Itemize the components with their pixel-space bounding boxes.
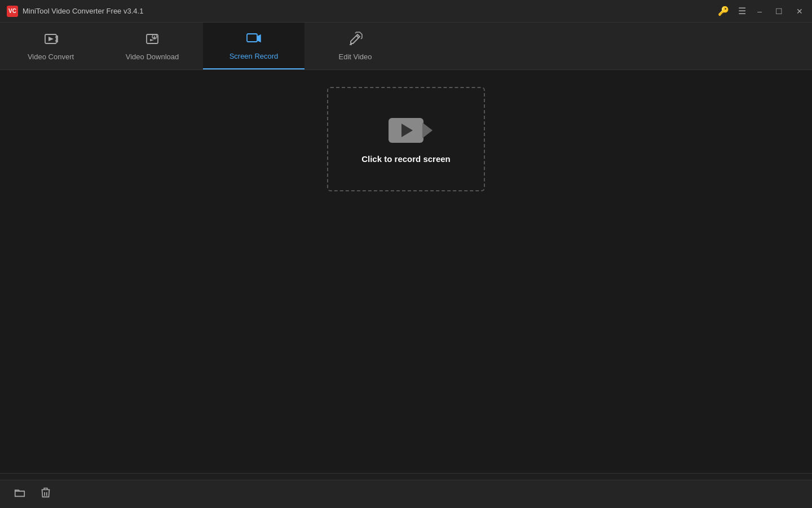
edit-video-icon [347, 31, 363, 49]
menu-icon[interactable]: ☰ [738, 6, 746, 16]
key-icon[interactable]: 🔑 [718, 6, 729, 16]
record-prompt: Click to record screen [361, 154, 451, 164]
video-download-icon [144, 31, 160, 49]
tab-video-download[interactable]: Video Download [102, 23, 203, 69]
tab-video-convert[interactable]: Video Convert [0, 23, 102, 69]
video-convert-icon [43, 31, 59, 49]
cam-body [389, 118, 423, 143]
title-bar: VC MiniTool Video Converter Free v3.4.1 … [0, 0, 812, 23]
tab-edit-video[interactable]: Edit Video [304, 23, 406, 69]
close-button[interactable]: ✕ [794, 6, 805, 17]
window-controls: 🔑 ☰ – ☐ ✕ [718, 6, 805, 17]
tab-screen-record-label: Screen Record [230, 52, 279, 60]
tab-edit-video-label: Edit Video [338, 52, 372, 61]
open-folder-button[interactable] [11, 484, 28, 504]
app-logo: VC [7, 6, 18, 17]
title-bar-left: VC MiniTool Video Converter Free v3.4.1 [7, 6, 143, 17]
record-area[interactable]: Click to record screen [327, 87, 485, 191]
app-title: MiniTool Video Converter Free v3.4.1 [23, 7, 143, 15]
cam-fin [422, 122, 433, 138]
screen-record-icon [246, 30, 262, 49]
nav-tabs: Video Convert Video Download Screen Reco… [0, 23, 812, 70]
maximize-button[interactable]: ☐ [773, 6, 785, 17]
main-content: Click to record screen [0, 70, 812, 473]
tab-video-convert-label: Video Convert [28, 52, 74, 61]
svg-rect-3 [247, 34, 257, 42]
tab-video-download-label: Video Download [126, 52, 179, 61]
content-wrapper: Click to record screen Video Duration Si… [0, 70, 812, 508]
minimize-button[interactable]: – [755, 6, 764, 17]
bottom-toolbar [0, 480, 812, 508]
delete-button[interactable] [37, 484, 54, 504]
tab-screen-record[interactable]: Screen Record [203, 23, 304, 69]
camera-icon [383, 115, 429, 146]
